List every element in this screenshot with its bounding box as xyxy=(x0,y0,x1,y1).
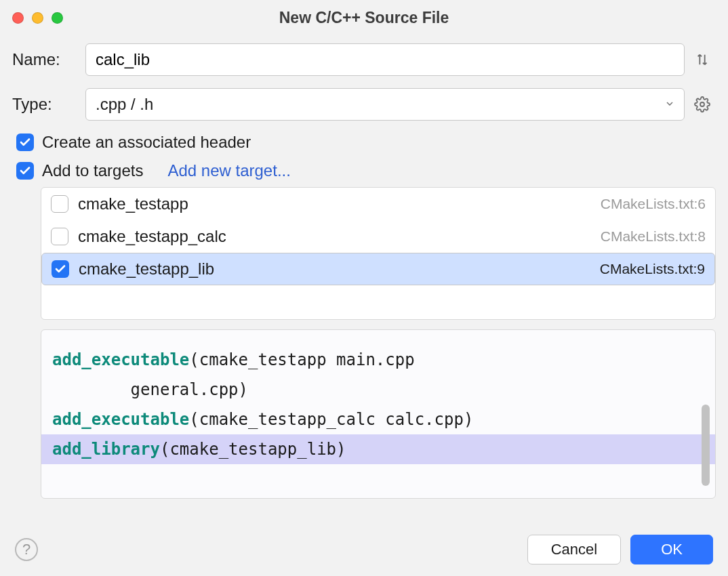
code-line: add_library(cmake_testapp_lib) xyxy=(41,434,715,464)
close-window-button[interactable] xyxy=(12,12,24,24)
scrollbar-thumb[interactable] xyxy=(702,405,710,486)
target-checkbox[interactable] xyxy=(51,228,68,245)
target-row[interactable]: cmake_testapp_calc CMakeLists.txt:8 xyxy=(41,220,715,253)
window-controls xyxy=(12,12,63,24)
target-file: CMakeLists.txt:9 xyxy=(600,261,705,277)
target-row[interactable]: cmake_testapp CMakeLists.txt:6 xyxy=(41,188,715,220)
target-name: cmake_testapp_lib xyxy=(79,260,600,279)
code-line: add_executable(cmake_testapp_calc calc.c… xyxy=(41,405,715,434)
add-new-target-link[interactable]: Add new target... xyxy=(167,161,290,180)
help-icon[interactable]: ? xyxy=(15,538,38,561)
create-header-checkbox[interactable] xyxy=(16,133,34,151)
zoom-window-button[interactable] xyxy=(52,12,63,24)
add-to-targets-checkbox[interactable] xyxy=(16,162,34,180)
titlebar: New C/C++ Source File xyxy=(0,0,728,35)
name-input[interactable] xyxy=(85,43,685,76)
target-file: CMakeLists.txt:6 xyxy=(601,196,706,212)
target-name: cmake_testapp_calc xyxy=(78,227,601,246)
code-line: general.cpp) xyxy=(41,375,715,405)
window-title: New C/C++ Source File xyxy=(0,9,728,27)
ok-button[interactable]: OK xyxy=(630,535,713,564)
minimize-window-button[interactable] xyxy=(32,12,43,24)
targets-list: cmake_testapp CMakeLists.txt:6 cmake_tes… xyxy=(41,187,716,320)
target-file: CMakeLists.txt:8 xyxy=(601,228,706,245)
target-checkbox[interactable] xyxy=(51,195,68,213)
target-checkbox[interactable] xyxy=(52,260,69,278)
svg-point-0 xyxy=(700,102,704,106)
cancel-button[interactable]: Cancel xyxy=(527,535,621,564)
name-label: Name: xyxy=(12,50,85,69)
sort-icon[interactable] xyxy=(689,52,716,67)
code-line: add_executable(cmake_testapp main.cpp xyxy=(41,345,715,375)
code-preview: add_executable(cmake_testapp main.cpp ge… xyxy=(41,329,716,499)
type-label: Type: xyxy=(12,95,85,114)
target-name: cmake_testapp xyxy=(78,194,601,213)
gear-icon[interactable] xyxy=(689,96,716,112)
type-select-value: .cpp / .h xyxy=(96,95,153,114)
dialog-footer: ? Cancel OK xyxy=(0,523,728,576)
create-header-label: Create an associated header xyxy=(42,133,251,152)
target-row[interactable]: cmake_testapp_lib CMakeLists.txt:9 xyxy=(41,253,715,285)
type-select[interactable]: .cpp / .h xyxy=(85,88,685,121)
add-to-targets-label: Add to targets xyxy=(42,161,143,180)
